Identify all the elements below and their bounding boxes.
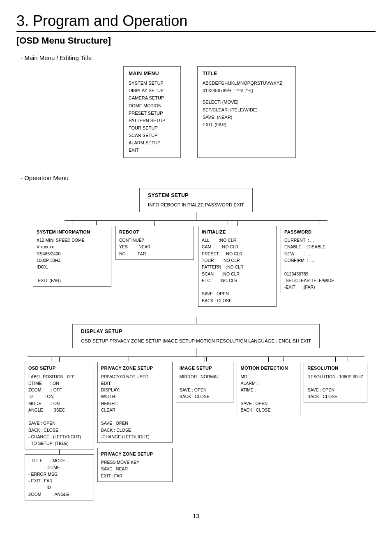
operation-menu-label: - Operation Menu (21, 174, 376, 181)
initialize-items: ALL :NO CLR CAM :NO CLR PRESET :NO CLR T… (202, 237, 273, 304)
resolution-items: RESOLUTION : 1080P 30HZ SAVE : OPEN BACK… (307, 373, 364, 400)
password-items: CURRENT : ... ENABLE :DISABLE NEW : ....… (284, 237, 355, 290)
privacy-zone-sub-items: PRESS MOVE KEY SAVE : NEAR EXIT : FAR (101, 459, 169, 479)
motion-detection-title: MOTION DETECTION (240, 365, 297, 372)
reboot-title: REBOOT (119, 229, 190, 236)
main-menu-items: SYSTEM SETUP DISPLAY SETUP CAMERA SETUP … (129, 79, 175, 154)
motion-detection-items: MD : ALARM : ATIME : SAVE : OPEN BACK : … (240, 373, 297, 414)
osd-setup-box: OSD SETUP LABEL POSITION : 0FF DTIME : O… (25, 362, 94, 449)
osd-setup-title: OSD SETUP (28, 365, 90, 372)
display-setup-title: DISPLAY SETUP (81, 328, 311, 336)
title-box-title: TITLE (203, 70, 291, 78)
initialize-box: INITIALIZE ALL :NO CLR CAM :NO CLR PRESE… (198, 226, 277, 307)
system-setup-items: INFO REBOOT INITIALZE PASSWORD EXIT (148, 201, 244, 208)
chapter-title: 3. Program and Operation (16, 12, 376, 32)
reboot-box: REBOOT CONTINUE? YES : NEAR NO : FAR (115, 226, 194, 260)
main-menu-section-label: - Main Menu / Editing Title (21, 54, 376, 61)
title-box-chars: ABCDEFGHIJKLMNOPQRSTUVWXYZ 0123456789/+-… (203, 79, 291, 94)
reboot-items: CONTINUE? YES : NEAR NO : FAR (119, 237, 190, 257)
password-box: PASSWORD CURRENT : ... ENABLE :DISABLE N… (281, 226, 359, 293)
osd-setup-items: LABEL POSITION : 0FF DTIME : ON ZOOM : O… (28, 373, 90, 447)
osd-setup-sub-box: - TITLE - MODE - - DTIME - - ERROR MSG -… (25, 454, 94, 500)
privacy-zone-title: PRIVACY ZONE SETUP (101, 365, 169, 372)
resolution-title: RESOLUTION (307, 365, 364, 372)
system-info-box: SYSTEM INFORMATION X12 MINI SPEED DOME V… (33, 226, 111, 287)
image-setup-items: MIRROR : NORMAL SAVE : OPEN BACK : CLOSE (180, 373, 230, 400)
osd-sub-items: - TITLE - MODE - - DTIME - - ERROR MSG -… (28, 457, 90, 498)
password-title: PASSWORD (284, 229, 355, 236)
main-menu-title: MAIN MENU (129, 70, 175, 78)
image-setup-title: IMAGE SETUP (180, 365, 230, 372)
system-setup-title: SYSTEM SETUP (148, 192, 244, 199)
motion-detection-box: MOTION DETECTION MD : ALARM : ATIME : SA… (237, 362, 300, 416)
image-setup-box: IMAGE SETUP MIRROR : NORMAL SAVE : OPEN … (176, 362, 234, 403)
title-box: TITLE ABCDEFGHIJKLMNOPQRSTUVWXYZ 0123456… (197, 66, 296, 158)
privacy-zone-sub-title: PRIVACY ZONE SETUP (101, 451, 169, 458)
privacy-zone-items: PRIVACY.00:NOT USED EDIT: DISPLAY: WIDTH… (101, 373, 169, 440)
display-setup-items: OSD SETUP PRIVACY ZONE SETUP IMAGE SETUP… (81, 337, 311, 345)
system-setup-box: SYSTEM SETUP INFO REBOOT INITIALZE PASSW… (139, 188, 253, 213)
page-number: 13 (16, 513, 376, 519)
resolution-box: RESOLUTION RESOLUTION : 1080P 30HZ SAVE … (304, 362, 367, 403)
display-setup-box: DISPLAY SETUP OSD SETUP PRIVACY ZONE SET… (72, 324, 320, 349)
title-box-controls: SELECT: (MOVE) SET/CLEAR: (TELE/WIDE) SA… (203, 98, 291, 128)
privacy-zone-sub-box: PRIVACY ZONE SETUP PRESS MOVE KEY SAVE :… (97, 448, 173, 482)
main-menu-box: MAIN MENU SYSTEM SETUP DISPLAY SETUP CAM… (123, 66, 181, 158)
section-title: [OSD Menu Structure] (16, 35, 376, 46)
system-info-items: X12 MINI SPEED DOME V x.xx.xx RS485/2400… (37, 237, 108, 284)
privacy-zone-box: PRIVACY ZONE SETUP PRIVACY.00:NOT USED E… (97, 362, 173, 443)
system-info-title: SYSTEM INFORMATION (37, 229, 108, 236)
initialize-title: INITIALIZE (202, 229, 273, 236)
